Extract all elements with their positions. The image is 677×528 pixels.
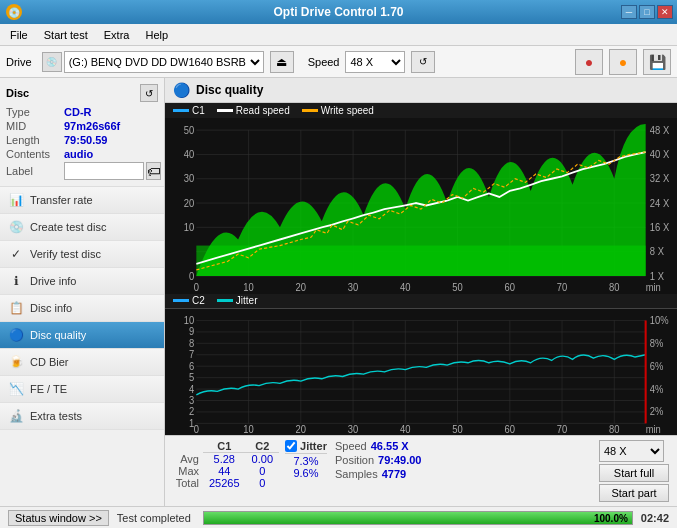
start-part-button[interactable]: Start part [599,484,669,502]
sidebar-item-label-disc-info: Disc info [30,302,72,314]
disc-label-input[interactable] [64,162,144,180]
action-area: 48 X Start full Start part [599,440,669,502]
maximize-button[interactable]: □ [639,5,655,19]
toolbar-save-button[interactable]: 💾 [643,49,671,75]
svg-text:40 X: 40 X [650,148,670,160]
bottom-chart-legend: C2 Jitter [165,294,677,308]
drive-select[interactable]: (G:) BENQ DVD DD DW1640 BSRB [64,51,264,73]
speed-select-stats[interactable]: 48 X [599,440,664,462]
jitter-max: 9.6% [285,467,327,479]
c2-avg: 0.00 [246,453,279,466]
svg-text:7: 7 [189,349,194,360]
sidebar-item-label-create-test-disc: Create test disc [30,221,106,233]
cd-bier-icon: 🍺 [8,354,24,370]
c1-legend-item: C1 [173,105,205,116]
position-row: Position 79:49.00 [335,454,422,466]
sidebar-item-label-verify-test-disc: Verify test disc [30,248,101,260]
stats-table: C1 C2 Avg 5.28 0.00 Max 44 0 [173,440,279,489]
sidebar-item-extra-tests[interactable]: 🔬 Extra tests [0,403,164,430]
svg-text:4%: 4% [650,383,664,394]
c1-legend-color [173,109,189,112]
sidebar-item-create-test-disc[interactable]: 💿 Create test disc [0,214,164,241]
app-icon: 💿 [6,4,22,20]
menu-start-test[interactable]: Start test [38,27,94,43]
sidebar-item-cd-bier[interactable]: 🍺 CD Bier [0,349,164,376]
menu-extra[interactable]: Extra [98,27,136,43]
disc-contents-value: audio [64,148,93,160]
svg-text:40: 40 [184,148,195,160]
sidebar-item-label-drive-info: Drive info [30,275,76,287]
svg-text:8: 8 [189,338,195,349]
panel-header: 🔵 Disc quality [165,78,677,103]
c1-header: C1 [203,440,246,453]
read-speed-legend-label: Read speed [236,105,290,116]
svg-text:70: 70 [557,423,568,434]
sidebar-item-verify-test-disc[interactable]: ✓ Verify test disc [0,241,164,268]
close-button[interactable]: ✕ [657,5,673,19]
window-controls: ─ □ ✕ [621,5,673,19]
disc-contents-label: Contents [6,148,64,160]
svg-rect-40 [165,309,677,435]
jitter-checkbox[interactable] [285,440,297,452]
main-content: Disc ↺ Type CD-R MID 97m26s66f Length 79… [0,78,677,506]
disc-refresh-button[interactable]: ↺ [140,84,158,102]
disc-info-icon: 📋 [8,300,24,316]
svg-text:2: 2 [189,406,194,417]
disc-quality-icon: 🔵 [8,327,24,343]
speed-label: Speed [308,56,340,68]
speed-refresh-button[interactable]: ↺ [411,51,435,73]
speed-position-info: Speed 46.55 X Position 79:49.00 Samples … [335,440,422,480]
toolbar-red-button[interactable]: ● [575,49,603,75]
disc-length-value: 79:50.59 [64,134,107,146]
sidebar-item-fe-te[interactable]: 📉 FE / TE [0,376,164,403]
sidebar-item-label-transfer-rate: Transfer rate [30,194,93,206]
sidebar-item-disc-quality[interactable]: 🔵 Disc quality [0,322,164,349]
speed-info-value: 46.55 X [371,440,409,452]
svg-text:min: min [646,423,661,434]
svg-text:16 X: 16 X [650,221,670,233]
svg-text:0: 0 [194,423,200,434]
svg-text:0: 0 [194,281,200,293]
total-label: Total [173,477,203,489]
top-chart-legend: C1 Read speed Write speed [165,103,677,118]
menu-bar: File Start test Extra Help [0,24,677,46]
svg-text:30: 30 [348,281,359,293]
menu-file[interactable]: File [4,27,34,43]
sidebar-item-label-extra-tests: Extra tests [30,410,82,422]
minimize-button[interactable]: ─ [621,5,637,19]
status-window-button[interactable]: Status window >> [8,510,109,526]
svg-text:20: 20 [296,423,307,434]
svg-text:30: 30 [348,423,359,434]
bottom-chart-svg: 10 9 8 7 6 5 4 3 2 1 0 10 20 30 40 50 [165,309,677,435]
status-bar: Status window >> Test completed 100.0% 0… [0,506,677,528]
toolbar-orange-button[interactable]: ● [609,49,637,75]
speed-select-toolbar[interactable]: 48 X 40 X 32 X [345,51,405,73]
panel-title: Disc quality [196,83,263,97]
c2-legend-item: C2 [173,295,205,306]
svg-text:min: min [646,281,661,293]
menu-help[interactable]: Help [139,27,174,43]
sidebar-item-transfer-rate[interactable]: 📊 Transfer rate [0,187,164,214]
disc-section-title: Disc [6,87,29,99]
start-full-button[interactable]: Start full [599,464,669,482]
svg-text:50: 50 [452,281,463,293]
sidebar-item-drive-info[interactable]: ℹ Drive info [0,268,164,295]
c1-total: 25265 [203,477,246,489]
jitter-header-label: Jitter [300,440,327,452]
svg-text:6%: 6% [650,360,664,371]
speed-info-label: Speed [335,440,367,452]
table-row: Total 25265 0 [173,477,279,489]
svg-text:50: 50 [184,124,195,136]
disc-label-icon-button[interactable]: 🏷 [146,162,161,180]
disc-mid-label: MID [6,120,64,132]
disc-mid-value: 97m26s66f [64,120,120,132]
svg-text:10%: 10% [650,315,669,326]
sidebar-item-disc-info[interactable]: 📋 Disc info [0,295,164,322]
eject-button[interactable]: ⏏ [270,51,294,73]
svg-text:10: 10 [243,281,254,293]
svg-text:50: 50 [452,423,463,434]
svg-text:40: 40 [400,281,411,293]
svg-text:10: 10 [243,423,254,434]
write-speed-legend-item: Write speed [302,105,374,116]
disc-type-label: Type [6,106,64,118]
